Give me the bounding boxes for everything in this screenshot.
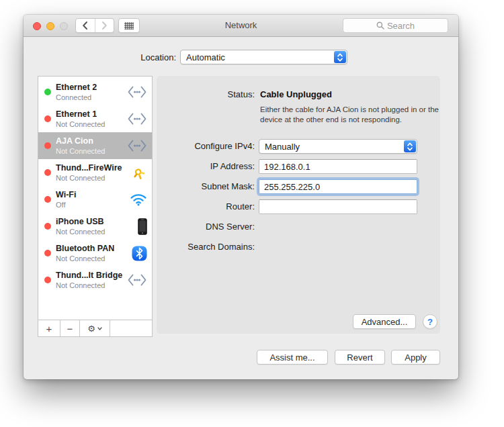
popup-stepper-icon <box>334 51 346 63</box>
sidebar-item-iphone-usb[interactable]: iPhone USB Not Connected <box>38 213 152 240</box>
configure-ipv4-label: Configure IPv4: <box>157 141 255 151</box>
service-name: Wi-Fi <box>56 190 130 200</box>
service-status: Not Connected <box>56 254 132 263</box>
service-status: Not Connected <box>56 173 130 183</box>
location-label: Location: <box>24 52 176 62</box>
sidebar-item-bluetooth-pan[interactable]: Bluetooth PAN Not Connected <box>38 240 152 267</box>
router-label: Router: <box>157 201 255 211</box>
status-dot-disconnected <box>44 115 51 122</box>
subnet-mask-field[interactable] <box>259 179 417 194</box>
sidebar-item-aja-cion[interactable]: AJA Cion Not Connected <box>38 132 152 159</box>
sidebar-item-wifi[interactable]: Wi-Fi Off <box>38 186 152 213</box>
location-value: Automatic <box>186 52 225 63</box>
ethernet-icon <box>127 112 147 126</box>
advanced-button[interactable]: Advanced... <box>353 314 416 329</box>
add-service-button[interactable]: + <box>38 320 60 336</box>
remove-service-button[interactable]: − <box>60 320 80 336</box>
help-button[interactable]: ? <box>423 314 437 329</box>
sidebar-toolbar: + − ⚙ <box>38 320 152 336</box>
search-placeholder: Search <box>387 21 415 31</box>
apply-button[interactable]: Apply <box>391 350 440 365</box>
search-input[interactable]: Search <box>343 18 448 33</box>
status-dot-disconnected <box>44 142 51 149</box>
bluetooth-icon <box>132 246 147 261</box>
titlebar: Network Search <box>24 15 458 37</box>
service-status: Not Connected <box>56 281 127 290</box>
popup-stepper-icon <box>404 140 416 152</box>
ip-address-field[interactable] <box>259 159 417 174</box>
status-dot-disconnected <box>44 223 51 230</box>
services-sidebar: Ethernet 2 Connected Ethernet 1 Not Conn… <box>38 76 153 337</box>
search-domains-label: Search Domains: <box>157 242 255 252</box>
status-dot-disconnected <box>44 250 51 256</box>
service-name: Bluetooth PAN <box>56 244 132 254</box>
ethernet-icon <box>127 139 147 152</box>
service-detail-pane: Status: Cable Unplugged Either the cable… <box>157 76 440 334</box>
sidebar-item-ethernet-1[interactable]: Ethernet 1 Not Connected <box>38 105 152 132</box>
iphone-icon <box>138 218 147 235</box>
status-description: Either the cable for AJA Cion is not plu… <box>260 105 439 125</box>
configure-ipv4-popup[interactable]: Manually <box>259 139 417 154</box>
ethernet-icon <box>127 85 147 99</box>
status-dot-disconnected <box>44 277 51 283</box>
service-status: Not Connected <box>56 227 138 236</box>
service-status: Off <box>56 200 130 209</box>
gear-icon: ⚙ <box>87 324 95 334</box>
ip-address-label: IP Address: <box>157 161 255 171</box>
sidebar-item-thunderbolt-bridge[interactable]: Thund...lt Bridge Not Connected <box>38 267 152 293</box>
location-popup[interactable]: Automatic <box>180 50 347 64</box>
status-label: Status: <box>157 89 255 99</box>
service-status: Not Connected <box>56 146 127 156</box>
wifi-icon <box>130 193 147 206</box>
dns-server-label: DNS Server: <box>157 222 255 232</box>
service-name: iPhone USB <box>56 217 138 227</box>
sidebar-item-ethernet-2[interactable]: Ethernet 2 Connected <box>38 79 152 105</box>
firewire-icon <box>130 164 147 181</box>
service-status: Connected <box>56 93 127 102</box>
ethernet-icon <box>127 273 147 287</box>
chevron-down-icon <box>97 327 102 330</box>
configure-ipv4-value: Manually <box>265 141 300 152</box>
service-status: Not Connected <box>56 120 127 129</box>
service-name: AJA Cion <box>56 136 127 146</box>
status-dot-disconnected <box>44 196 51 203</box>
sidebar-item-thunderbolt-firewire[interactable]: Thund...FireWire Not Connected <box>38 159 152 186</box>
service-name: Thund...lt Bridge <box>56 271 127 281</box>
service-name: Thund...FireWire <box>56 163 130 173</box>
subnet-mask-label: Subnet Mask: <box>157 181 255 191</box>
revert-button[interactable]: Revert <box>335 350 385 365</box>
search-icon <box>376 21 384 30</box>
router-field[interactable] <box>259 199 417 214</box>
network-preferences-window: Network Search Location: Automatic Ether… <box>24 15 458 379</box>
service-name: Ethernet 2 <box>56 83 127 93</box>
status-value: Cable Unplugged <box>260 89 332 99</box>
status-dot-connected <box>44 89 51 95</box>
service-actions-button[interactable]: ⚙ <box>80 320 110 336</box>
service-name: Ethernet 1 <box>56 109 127 120</box>
assist-me-button[interactable]: Assist me... <box>257 350 328 365</box>
services-list: Ethernet 2 Connected Ethernet 1 Not Conn… <box>38 79 152 293</box>
status-dot-disconnected <box>44 169 51 176</box>
